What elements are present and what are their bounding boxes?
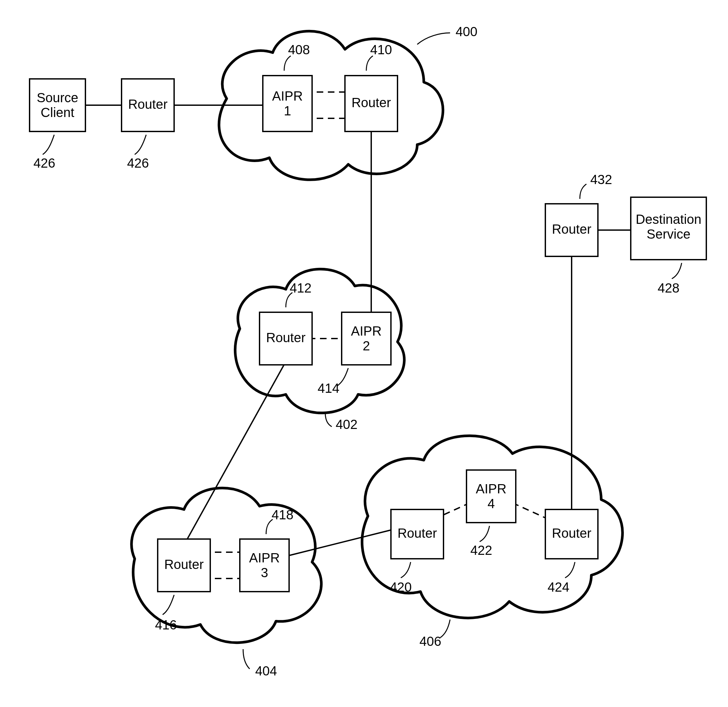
leader [284, 56, 291, 71]
leader [440, 620, 450, 638]
leader [672, 263, 682, 279]
leader [43, 135, 54, 155]
ref-414: 414 [318, 381, 340, 395]
leader [366, 56, 373, 71]
router-src-label: Router [128, 97, 168, 111]
ref-402: 402 [336, 417, 358, 432]
ref-412: 412 [290, 281, 312, 295]
destination-label-1: Destination [636, 212, 701, 227]
ref-426b: 426 [127, 156, 149, 170]
link [289, 529, 394, 555]
ref-420: 420 [390, 580, 412, 594]
ref-418: 418 [272, 507, 294, 522]
ref-426a: 426 [33, 156, 55, 170]
router-416-label: Router [164, 557, 204, 572]
link-dash [513, 503, 549, 519]
aipr3-label-1: AIPR [249, 551, 280, 565]
aipr3-label-2: 3 [261, 565, 268, 580]
aipr4-label-2: 4 [488, 496, 495, 511]
link [187, 361, 286, 539]
leader [417, 33, 450, 44]
source-client-label-1: Source [37, 90, 78, 105]
leader [163, 595, 174, 614]
ref-422: 422 [471, 543, 493, 557]
router-420-label: Router [397, 526, 437, 540]
aipr4-label-1: AIPR [476, 481, 506, 496]
router-432-label: Router [552, 222, 591, 236]
aipr2-label-2: 2 [363, 338, 370, 353]
aipr1-label-1: AIPR [272, 89, 303, 103]
aipr1-label-2: 1 [284, 104, 291, 118]
leader [243, 649, 250, 669]
aipr2-label-1: AIPR [351, 324, 381, 338]
ref-406: 406 [419, 634, 442, 649]
leader [135, 135, 146, 155]
source-client-label-2: Client [41, 105, 74, 120]
network-diagram: Source Client Router AIPR 1 Router Route… [0, 0, 728, 707]
leader [565, 562, 575, 578]
router-410-label: Router [351, 95, 391, 110]
ref-432: 432 [590, 172, 612, 187]
ref-408: 408 [288, 42, 310, 57]
ref-404: 404 [255, 664, 277, 678]
ref-428: 428 [658, 281, 680, 295]
router-412-label: Router [266, 330, 306, 345]
leader [480, 526, 490, 542]
router-424-label: Router [552, 526, 591, 540]
ref-400: 400 [456, 24, 478, 39]
ref-410: 410 [370, 42, 392, 57]
ref-424: 424 [547, 580, 570, 594]
ref-416: 416 [155, 617, 177, 632]
leader [325, 412, 332, 427]
leader [401, 562, 411, 578]
leader [580, 184, 586, 199]
destination-label-2: Service [647, 227, 690, 241]
